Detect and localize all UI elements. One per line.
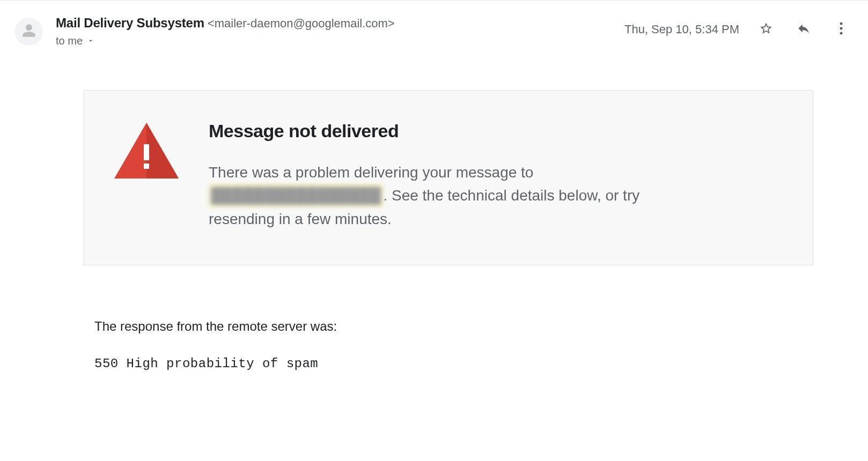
reply-button[interactable] xyxy=(793,19,814,40)
svg-rect-6 xyxy=(144,163,149,169)
notice-text: Message not delivered There was a proble… xyxy=(209,121,692,230)
svg-marker-4 xyxy=(146,123,179,179)
svg-point-0 xyxy=(840,23,843,25)
email-container: Mail Delivery Subsystem <mailer-daemon@g… xyxy=(0,1,868,371)
sender-block: Mail Delivery Subsystem <mailer-daemon@g… xyxy=(56,16,395,47)
svg-point-2 xyxy=(840,32,843,35)
sender-avatar[interactable] xyxy=(15,18,43,46)
sender-email: <mailer-daemon@googlemail.com> xyxy=(208,17,395,31)
timestamp: Thu, Sep 10, 5:34 PM xyxy=(624,23,739,36)
email-header: Mail Delivery Subsystem <mailer-daemon@g… xyxy=(15,16,857,47)
sender-line: Mail Delivery Subsystem <mailer-daemon@g… xyxy=(56,16,395,31)
star-outline-icon xyxy=(759,21,773,38)
recipient-text: to me xyxy=(56,35,83,47)
server-response-code: 550 High probability of spam xyxy=(94,356,836,371)
svg-rect-5 xyxy=(144,144,149,160)
notice-desc-before: There was a problem delivering your mess… xyxy=(209,164,533,181)
delivery-failure-card: Message not delivered There was a proble… xyxy=(84,90,813,265)
svg-point-1 xyxy=(840,27,843,30)
server-response-block: The response from the remote server was:… xyxy=(84,319,836,371)
server-response-label: The response from the remote server was: xyxy=(94,319,836,334)
notice-description: There was a problem delivering your mess… xyxy=(209,161,692,230)
reply-icon xyxy=(797,21,811,38)
more-vert-icon xyxy=(840,22,843,37)
person-icon xyxy=(21,23,36,40)
sender-name: Mail Delivery Subsystem xyxy=(56,16,204,31)
email-body: Message not delivered There was a proble… xyxy=(84,90,836,371)
chevron-down-icon xyxy=(87,35,94,47)
notice-title: Message not delivered xyxy=(209,121,692,142)
recipient-dropdown[interactable]: to me xyxy=(56,35,395,47)
more-button[interactable] xyxy=(830,19,852,40)
header-actions: Thu, Sep 10, 5:34 PM xyxy=(624,19,857,40)
star-button[interactable] xyxy=(755,19,777,40)
redacted-recipient: ████████████████ xyxy=(209,184,383,207)
warning-icon xyxy=(114,123,179,181)
